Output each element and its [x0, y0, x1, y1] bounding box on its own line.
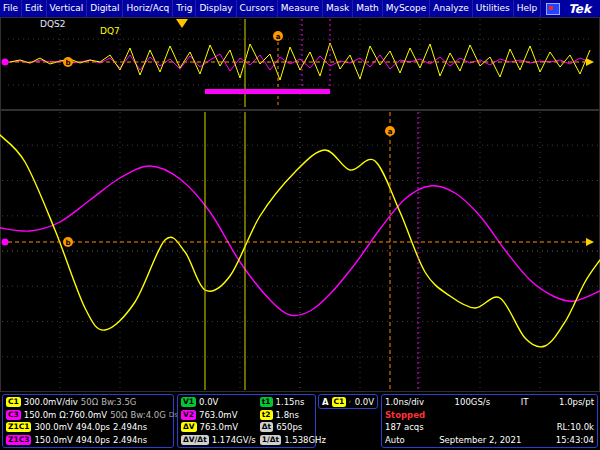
menu-item-display[interactable]: Display	[196, 0, 236, 17]
scope-display[interactable]: a b DQS2 DQ7 a b	[0, 0, 600, 450]
menu-item-measure[interactable]: Measure	[278, 0, 323, 17]
menu-item-digital[interactable]: Digital	[87, 0, 123, 17]
channel-ref-marker-main[interactable]	[2, 239, 9, 246]
readout-bar: C1 300.0mV/div 50Ω Bw:3.5G C3 150.0m Ω:7…	[0, 392, 600, 450]
acq-status-row: Stopped	[385, 409, 594, 421]
cursor-t2-value: 1.8ns	[276, 410, 299, 420]
trigger-mode: Auto	[385, 435, 405, 445]
cursor-voltage-column: V1 0.0V V2 763.0mV ΔV 763.0mV ΔV/Δt 1.17…	[181, 396, 256, 446]
menu-bar: File Edit Vertical Digital Horiz/Acq Tri…	[0, 0, 600, 17]
menu-item-vertical[interactable]: Vertical	[47, 0, 88, 17]
cursor-dvdt-badge[interactable]: ΔV/Δt	[181, 435, 209, 445]
marker-b-overview[interactable]: b	[63, 57, 73, 67]
c3-offset: Ω:760.0mV	[59, 410, 107, 420]
menu-item-trig[interactable]: Trig	[173, 0, 196, 17]
cursor-v2-value: 763.0mV	[199, 410, 237, 420]
marker-a-letter: a	[276, 33, 281, 41]
cursor-readout-box: V1 0.0V V2 763.0mV ΔV 763.0mV ΔV/Δt 1.17…	[177, 394, 316, 448]
trigger-slope-icon	[349, 397, 351, 407]
cursor-dt-badge[interactable]: Δt	[260, 422, 273, 432]
menu-item-math[interactable]: Math	[353, 0, 383, 17]
cursor-1dt-row: 1/Δt 1.538GHz	[260, 434, 320, 446]
cursor-v1-row: V1 0.0V	[181, 396, 256, 408]
marker-a-main[interactable]: a	[385, 126, 395, 136]
acquisition-count: 187 acqs	[385, 422, 424, 432]
date-text: September 2, 2021	[439, 435, 521, 445]
menu-item-mask[interactable]: Mask	[323, 0, 353, 17]
marker-b-letter: b	[65, 59, 70, 67]
horizontal-scale: 1.0ns/div	[385, 397, 424, 407]
cursor-dv-row: ΔV 763.0mV	[181, 421, 256, 433]
cursor-dv-badge[interactable]: ΔV	[181, 422, 197, 432]
c1-impedance: 50Ω	[81, 397, 98, 407]
c3-impedance: 50Ω	[110, 410, 127, 420]
cursor-t2-row: t2 1.8ns	[260, 409, 320, 421]
cursor-dt-value: 650ps	[276, 422, 302, 432]
channel-row-z1c1: Z1C1 300.0mV 494.0ps 2.494ns	[6, 421, 170, 433]
cursor-time-column: t1 1.15ns t2 1.8ns Δt 650ps 1/Δt 1.538GH…	[260, 396, 320, 446]
resolution: 1.0ps/pt	[559, 397, 594, 407]
z1c1-scale: 300.0mV	[34, 422, 72, 432]
sample-rate: 100GS/s	[455, 397, 491, 407]
display-background	[0, 17, 600, 392]
marker-b-letter: b	[65, 239, 70, 247]
zoom-region-bar[interactable]	[205, 89, 330, 94]
bus-label-dq7: DQ7	[100, 26, 120, 36]
trigger-source-badge[interactable]: C1	[332, 397, 347, 407]
trigger-readout-box: A C1 0.0V	[318, 394, 378, 409]
cursor-t2-badge[interactable]: t2	[260, 410, 273, 420]
menu-item-myscope[interactable]: MyScope	[383, 0, 431, 17]
menu-item-horizacq[interactable]: Horiz/Acq	[123, 0, 173, 17]
c3-scale: 150.0m	[24, 410, 57, 420]
z1c3-scale: 150.0mV	[34, 435, 72, 445]
channel-row-z1c3: Z1C3 150.0mV 494.0ps 2.494ns	[6, 434, 170, 446]
datetime-row: Auto September 2, 2021 15:43:04	[385, 434, 594, 446]
marker-a-letter: a	[388, 128, 393, 136]
z1c1-time2: 2.494ns	[113, 422, 147, 432]
trigger-level: 0.0V	[355, 397, 374, 407]
cursor-dvdt-value: 1.174GV/s	[212, 435, 256, 445]
cursor-dvdt-row: ΔV/Δt 1.174GV/s	[181, 434, 256, 446]
sampling-mode: IT	[521, 397, 529, 407]
menu-item-analyze[interactable]: Analyze	[430, 0, 472, 17]
menu-item-cursors[interactable]: Cursors	[237, 0, 278, 17]
acq-count-row: 187 acqs RL:10.0k	[385, 421, 594, 433]
acquisition-status: Stopped	[385, 410, 425, 420]
cursor-v2-badge[interactable]: V2	[181, 410, 196, 420]
channel-badge-z1c1[interactable]: Z1C1	[6, 422, 31, 432]
menu-item-edit[interactable]: Edit	[22, 0, 46, 17]
marker-b-main[interactable]: b	[63, 237, 73, 247]
channel-badge-z1c3[interactable]: Z1C3	[6, 435, 31, 445]
cursor-dt-row: Δt 650ps	[260, 421, 320, 433]
channel-row-c3: C3 150.0m Ω:760.0mV 50Ω Bw:4.0G Ds	[6, 409, 170, 421]
c1-scale: 300.0mV/div	[24, 397, 78, 407]
c3-bandwidth: Bw:4.0G	[130, 410, 165, 420]
menu-item-utilities[interactable]: Utilities	[473, 0, 514, 17]
menu-item-help[interactable]: Help	[514, 0, 542, 17]
channel-ref-marker-overview[interactable]	[2, 59, 9, 66]
cursor-t1-row: t1 1.15ns	[260, 396, 320, 408]
cursor-v1-value: 0.0V	[199, 397, 218, 407]
channel-row-c1: C1 300.0mV/div 50Ω Bw:3.5G	[6, 396, 170, 408]
time-text: 15:43:04	[556, 435, 594, 445]
channel-badge-c1[interactable]: C1	[6, 397, 21, 407]
bus-label-dqs2: DQS2	[40, 19, 65, 29]
cursor-v1-badge[interactable]: V1	[181, 397, 196, 407]
scope-app-icon[interactable]	[546, 3, 560, 15]
tek-logo: Tek	[568, 2, 591, 16]
channel-readout-box: C1 300.0mV/div 50Ω Bw:3.5G C3 150.0m Ω:7…	[2, 394, 174, 448]
z1c3-time2: 2.494ns	[113, 435, 147, 445]
cursor-t1-badge[interactable]: t1	[260, 397, 273, 407]
menu-item-file[interactable]: File	[0, 0, 22, 17]
marker-a-overview[interactable]: a	[273, 31, 283, 41]
c1-bandwidth: Bw:3.5G	[101, 397, 136, 407]
z1c3-time1: 494.0ps	[76, 435, 110, 445]
horizontal-readout-box: 1.0ns/div 100GS/s IT 1.0ps/pt Stopped 18…	[381, 394, 598, 448]
cursor-1dt-value: 1.538GHz	[284, 435, 326, 445]
cursor-1dt-badge[interactable]: 1/Δt	[260, 435, 281, 445]
record-length: RL:10.0k	[557, 422, 594, 432]
horizontal-row: 1.0ns/div 100GS/s IT 1.0ps/pt	[385, 396, 594, 408]
z1c1-time1: 494.0ps	[76, 422, 110, 432]
cursor-dv-value: 763.0mV	[200, 422, 238, 432]
channel-badge-c3[interactable]: C3	[6, 410, 21, 420]
